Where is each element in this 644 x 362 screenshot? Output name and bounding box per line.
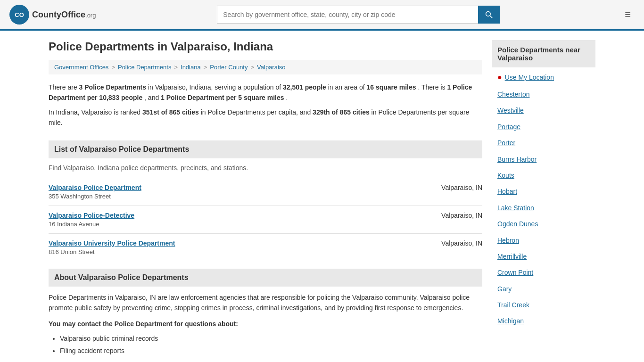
search-icon <box>485 11 493 18</box>
header: CO CountyOffice.org ≡ <box>0 0 644 31</box>
use-my-location-link[interactable]: Use My Location <box>505 74 554 81</box>
sidebar-city-trail-creek[interactable]: Trail Creek <box>492 297 595 313</box>
desc-num-3: 16 square miles <box>366 83 416 91</box>
list-section-subtitle: Find Valparaiso, Indiana police departme… <box>49 164 482 172</box>
desc-num-5: 1 Police Department per 5 square miles <box>161 94 284 101</box>
main-container: Police Departments in Valparaiso, Indian… <box>39 31 605 362</box>
about-list: Valparaiso public criminal records Filin… <box>60 333 482 356</box>
sidebar-city-chesterton[interactable]: Chesterton <box>492 86 595 102</box>
header-right: ≡ <box>621 7 635 23</box>
sidebar: Police Departments near Valparaiso ● Use… <box>492 40 595 358</box>
desc-num-6: 351st of 865 cities <box>142 108 199 116</box>
desc-text-7: In Indiana, Valparaiso is ranked <box>49 108 142 116</box>
about-paragraph: Police Departments in Valparaiso, IN are… <box>49 292 482 313</box>
logo-icon: CO <box>9 5 29 25</box>
dept-address-1: 355 Washington Street <box>49 193 141 200</box>
dept-left-2: Valparaiso Police-Detective 16 Indiana A… <box>49 212 134 228</box>
sidebar-header: Police Departments near Valparaiso <box>492 40 595 67</box>
breadcrumb-sep-2: > <box>174 64 178 71</box>
page-title: Police Departments in Valparaiso, Indian… <box>49 40 482 53</box>
about-contact-label: You may contact the Police Department fo… <box>49 320 238 328</box>
dept-city-1: Valparaiso, IN <box>441 184 482 191</box>
dept-left-3: Valparaiso University Police Department … <box>49 239 175 255</box>
dept-name-2: Valparaiso Police-Detective <box>49 212 134 219</box>
dept-link-2[interactable]: Valparaiso Police-Detective <box>49 212 134 219</box>
department-entry-2: Valparaiso Police-Detective 16 Indiana A… <box>49 206 482 233</box>
breadcrumb-sep-1: > <box>111 64 115 71</box>
sidebar-city-portage[interactable]: Portage <box>492 119 595 135</box>
about-list-item-1: Valparaiso public criminal records <box>60 333 482 344</box>
desc-num-2: 32,501 people <box>283 83 326 91</box>
logo-area: CO CountyOffice.org <box>9 5 96 25</box>
content: Police Departments in Valparaiso, Indian… <box>49 40 482 358</box>
dept-left-1: Valparaiso Police Department 355 Washing… <box>49 184 141 200</box>
breadcrumb: Government Offices > Police Departments … <box>49 60 482 74</box>
sidebar-city-michigan[interactable]: Michigan <box>492 313 595 329</box>
desc-text-3: in an area of <box>328 83 367 91</box>
dept-name-1: Valparaiso Police Department <box>49 184 141 191</box>
dept-name-3: Valparaiso University Police Department <box>49 239 175 247</box>
dept-city-3: Valparaiso, IN <box>441 239 482 247</box>
desc-text-8: in Police Departments per capita, and <box>201 108 313 116</box>
dept-city-2: Valparaiso, IN <box>441 212 482 219</box>
sidebar-cities: Chesterton Westville Portage Porter Burn… <box>492 86 595 329</box>
sidebar-city-hobart[interactable]: Hobart <box>492 183 595 199</box>
about-list-item-2: Filing accident reports <box>60 346 482 356</box>
department-entry-1: Valparaiso Police Department 355 Washing… <box>49 178 482 206</box>
desc-text-6: . <box>286 94 288 101</box>
logo-text: CountyOffice.org <box>32 10 96 20</box>
search-button[interactable] <box>478 6 500 24</box>
desc-num-7: 329th of 865 cities <box>313 108 370 116</box>
breadcrumb-valparaiso[interactable]: Valparaiso <box>257 64 285 71</box>
dept-address-2: 16 Indiana Avenue <box>49 221 134 228</box>
use-my-location-container: ● Use My Location <box>492 70 595 84</box>
sidebar-city-gary[interactable]: Gary <box>492 281 595 297</box>
description-block: There are 3 Police Departments in Valpar… <box>49 82 482 133</box>
dept-link-1[interactable]: Valparaiso Police Department <box>49 184 141 191</box>
sidebar-city-ogden-dunes[interactable]: Ogden Dunes <box>492 216 595 232</box>
svg-text:CO: CO <box>15 11 24 18</box>
sidebar-city-hebron[interactable]: Hebron <box>492 232 595 248</box>
sidebar-city-lake-station[interactable]: Lake Station <box>492 200 595 216</box>
sidebar-city-merrillville[interactable]: Merrillville <box>492 248 595 264</box>
about-section-header: About Valparaiso Police Departments <box>49 269 482 287</box>
department-entry-3: Valparaiso University Police Department … <box>49 233 482 261</box>
breadcrumb-government-offices[interactable]: Government Offices <box>54 64 108 71</box>
dept-link-3[interactable]: Valparaiso University Police Department <box>49 239 175 247</box>
sidebar-city-westville[interactable]: Westville <box>492 102 595 118</box>
sidebar-city-burns-harbor[interactable]: Burns Harbor <box>492 151 595 167</box>
breadcrumb-sep-4: > <box>250 64 254 71</box>
breadcrumb-police-departments[interactable]: Police Departments <box>118 64 171 71</box>
departments-list: Valparaiso Police Department 355 Washing… <box>49 178 482 261</box>
list-section-header: List of Valparaiso Police Departments <box>49 140 482 158</box>
desc-text-4: . There is <box>418 83 447 91</box>
breadcrumb-porter-county[interactable]: Porter County <box>210 64 248 71</box>
desc-num-1: 3 Police Departments <box>79 83 146 91</box>
svg-point-2 <box>486 12 491 16</box>
sidebar-city-porter[interactable]: Porter <box>492 135 595 151</box>
search-input[interactable] <box>217 6 478 24</box>
desc-text-5: , and <box>144 94 161 101</box>
sidebar-city-kouts[interactable]: Kouts <box>492 167 595 183</box>
location-pin-icon: ● <box>497 73 502 82</box>
about-section: Police Departments in Valparaiso, IN are… <box>49 292 482 356</box>
menu-button[interactable]: ≡ <box>621 7 635 23</box>
desc-text-1: There are <box>49 83 79 91</box>
svg-line-3 <box>490 16 493 18</box>
sidebar-city-crown-point[interactable]: Crown Point <box>492 264 595 280</box>
breadcrumb-sep-3: > <box>204 64 207 71</box>
dept-address-3: 816 Union Street <box>49 248 175 255</box>
search-area <box>217 6 500 24</box>
desc-text-2: in Valparaiso, Indiana, serving a popula… <box>148 83 283 91</box>
breadcrumb-indiana[interactable]: Indiana <box>181 64 201 71</box>
